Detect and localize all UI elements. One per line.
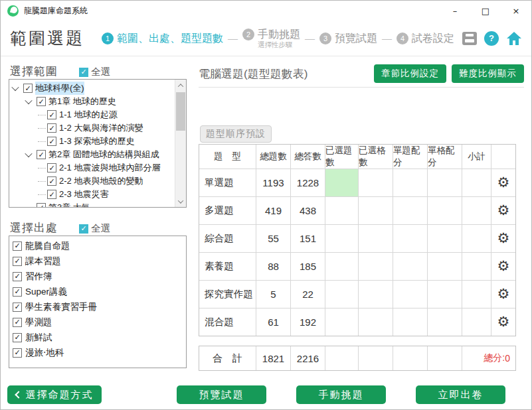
tree-item[interactable]: 2-2 地表與地殼的變動 [9,174,175,188]
scrollbar-up-icon[interactable] [175,80,186,91]
checkbox-checked-icon[interactable] [37,97,46,106]
tree-item[interactable]: 第3章 大氣 [9,201,175,207]
home-icon[interactable] [506,31,522,46]
tree-item[interactable]: 地球科學(全) [9,82,175,95]
per-question-score-cell[interactable] [393,196,428,224]
source-list-item[interactable]: 漫旅‧地科 [9,345,186,360]
selected-blanks-cell[interactable] [359,308,393,336]
selected-blanks-cell[interactable] [359,196,393,224]
back-to-mode-button[interactable]: 選擇命題方式 [7,385,102,404]
scrollbar-track[interactable] [175,80,186,207]
minimize-button[interactable]: – [440,1,470,21]
chevron-down-icon[interactable] [25,97,32,104]
step-2[interactable]: 2 手動挑題 選擇性步驟 [242,27,300,50]
step-1[interactable]: 1 範圍、出處、題型題數 [102,31,223,45]
gear-icon[interactable]: ⚙ [497,176,510,190]
generate-exam-button[interactable]: 立即出卷 [416,385,505,404]
checkbox-checked-icon[interactable] [47,123,56,133]
checkbox-checked-icon[interactable] [47,137,56,146]
gear-icon[interactable]: ⚙ [497,315,510,329]
checkbox-checked-icon[interactable] [13,303,22,312]
tree-item[interactable]: 1-2 大氣與海洋的演變 [9,121,175,135]
maximize-button[interactable]: □ [470,1,501,21]
selected-count-cell[interactable] [325,224,359,252]
step-3[interactable]: 3 預覽試題 [319,31,377,45]
gear-icon[interactable]: ⚙ [497,232,510,245]
tree-item[interactable]: 第1章 地球的歷史 [9,95,175,108]
per-question-score-cell[interactable] [393,224,428,252]
checkbox-checked-icon[interactable] [13,333,22,342]
checkbox-checked-icon[interactable] [13,348,22,358]
per-question-score-cell[interactable] [393,169,428,196]
total-score-cell: 總分: 0 [462,346,515,370]
subtotal-cell [462,196,491,224]
gear-icon[interactable]: ⚙ [497,287,510,301]
scrollbar-thumb[interactable] [176,92,185,131]
checkbox-checked-icon[interactable] [47,190,56,199]
checkbox-checked-icon[interactable] [79,68,88,77]
checkbox-checked-icon[interactable] [47,176,56,186]
source-list-item[interactable]: 學測題 [9,314,186,330]
range-select-all[interactable]: 全選 [79,66,110,78]
selected-blanks-cell[interactable] [359,169,393,196]
question-type-cell: 探究實作題 [199,280,256,308]
chevron-down-icon[interactable] [11,84,19,91]
checkbox-checked-icon[interactable] [37,203,46,207]
per-blank-score-cell[interactable] [428,169,462,196]
source-list-item[interactable]: 課本習題 [9,253,186,269]
manual-pick-button[interactable]: 手動挑題 [296,385,386,404]
difficulty-ratio-button[interactable]: 難度比例顯示 [452,64,524,83]
checkbox-checked-icon[interactable] [79,224,88,234]
source-select-all[interactable]: 全選 [79,222,110,235]
tree-item[interactable]: 1-1 地球的起源 [9,108,175,121]
per-question-score-cell[interactable] [393,308,428,336]
save-icon[interactable] [462,32,477,45]
per-question-score-cell[interactable] [393,280,428,308]
tree-item[interactable]: 2-1 地震波與地球內部分層 [9,161,175,174]
per-blank-score-cell[interactable] [428,196,462,224]
checkbox-checked-icon[interactable] [37,150,46,159]
selected-blanks-cell[interactable] [359,252,393,280]
selected-count-cell[interactable] [325,280,359,308]
checkbox-checked-icon[interactable] [13,318,22,327]
checkbox-checked-icon[interactable] [47,163,56,172]
source-list-item[interactable]: 學生素養實習手冊 [9,299,186,314]
selected-count-cell[interactable] [325,169,359,196]
source-list-item[interactable]: 習作簿 [9,269,186,284]
help-icon[interactable]: ? [484,31,499,46]
gear-icon[interactable]: ⚙ [497,259,510,273]
source-list-item[interactable]: 龍騰自命題 [9,238,186,253]
source-item-label: 習作簿 [25,271,52,283]
selected-count-cell[interactable] [325,252,359,280]
per-question-score-cell[interactable] [393,252,428,280]
source-list-item[interactable]: 新鮮試 [9,330,186,345]
checkbox-checked-icon[interactable] [47,110,56,119]
tree-item[interactable]: 1-3 探索地球的歷史 [9,135,175,148]
checkbox-checked-icon[interactable] [13,241,22,251]
checkbox-checked-icon[interactable] [13,272,22,281]
scrollbar-down-icon[interactable] [175,196,186,207]
row-settings-cell: ⚙ [491,280,515,308]
selected-count-cell[interactable] [325,308,359,336]
chapter-ratio-button[interactable]: 章節比例設定 [374,64,446,83]
gear-icon[interactable]: ⚙ [497,204,510,218]
chevron-down-icon[interactable] [25,150,32,157]
tree-item[interactable]: 2-3 地震災害 [9,188,175,201]
checkbox-checked-icon[interactable] [13,287,22,297]
source-list-item[interactable]: Super講義 [9,284,186,299]
source-item-label: 新鮮試 [25,332,52,344]
selected-blanks-cell[interactable] [359,280,393,308]
per-blank-score-cell[interactable] [428,252,462,280]
question-order-tag[interactable]: 題型順序預設 [200,125,272,143]
step-4[interactable]: 4 試卷設定 [397,31,454,45]
tree-item[interactable]: 第2章 固體地球的結構與組成 [9,148,175,161]
per-blank-score-cell[interactable] [428,308,462,336]
preview-questions-button[interactable]: 預覽試題 [177,385,266,404]
selected-blanks-cell[interactable] [359,224,393,252]
close-button[interactable]: × [501,1,531,21]
checkbox-checked-icon[interactable] [23,84,33,93]
checkbox-checked-icon[interactable] [13,257,22,266]
per-blank-score-cell[interactable] [428,224,462,252]
per-blank-score-cell[interactable] [428,280,462,308]
selected-count-cell[interactable] [325,196,359,224]
